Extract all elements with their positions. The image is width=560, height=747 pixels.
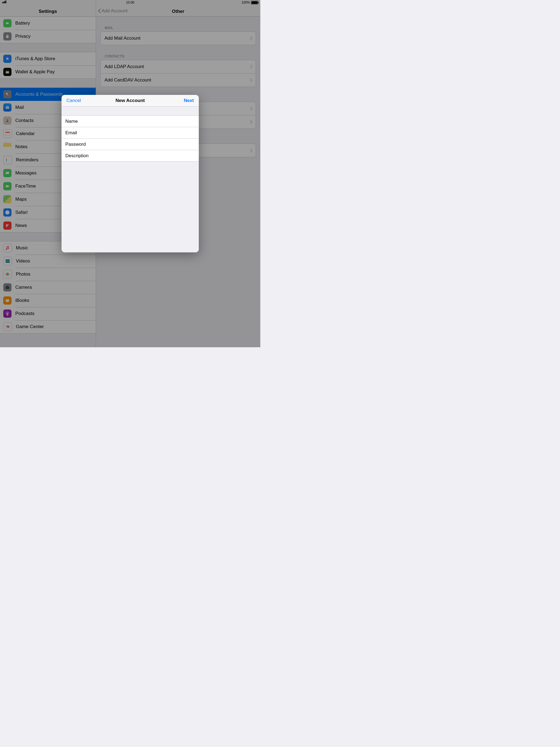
field-email[interactable]: Email xyxy=(61,127,199,138)
email-input[interactable] xyxy=(93,130,195,136)
field-label: Password xyxy=(65,141,93,147)
cancel-button[interactable]: Cancel xyxy=(61,95,86,106)
field-label: Name xyxy=(65,119,93,124)
password-input[interactable] xyxy=(93,141,195,147)
name-input[interactable] xyxy=(93,119,195,124)
field-label: Description xyxy=(65,153,93,159)
field-name[interactable]: Name xyxy=(61,115,199,127)
field-password[interactable]: Password xyxy=(61,138,199,150)
new-account-modal: Cancel New Account Next Name Email Passw… xyxy=(61,95,199,252)
next-button[interactable]: Next xyxy=(179,95,199,106)
modal-navbar: Cancel New Account Next xyxy=(61,95,199,107)
modal-body: Name Email Password Description xyxy=(61,107,199,252)
field-label: Email xyxy=(65,130,93,136)
field-description[interactable]: Description xyxy=(61,150,199,161)
modal-title: New Account xyxy=(116,98,145,103)
description-input[interactable] xyxy=(93,153,195,159)
new-account-form: Name Email Password Description xyxy=(61,115,199,162)
